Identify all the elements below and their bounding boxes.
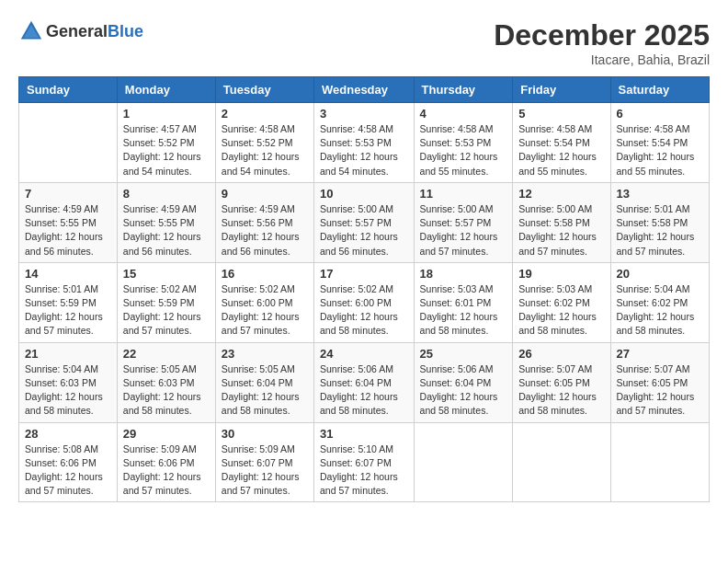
calendar-cell: 27Sunrise: 5:07 AM Sunset: 6:05 PM Dayli…: [610, 342, 709, 422]
calendar-cell: 22Sunrise: 5:05 AM Sunset: 6:03 PM Dayli…: [117, 342, 215, 422]
calendar-day-header: Wednesday: [314, 77, 415, 103]
calendar-cell: [414, 422, 513, 502]
calendar-cell: 2Sunrise: 4:58 AM Sunset: 5:52 PM Daylig…: [215, 103, 313, 183]
day-number: 19: [518, 267, 604, 281]
calendar-cell: 10Sunrise: 5:00 AM Sunset: 5:57 PM Dayli…: [314, 182, 415, 262]
day-info: Sunrise: 5:00 AM Sunset: 5:57 PM Dayligh…: [420, 202, 507, 259]
day-number: 8: [123, 187, 210, 201]
calendar-week-row: 28Sunrise: 5:08 AM Sunset: 6:06 PM Dayli…: [19, 422, 710, 502]
logo-icon: [18, 18, 44, 44]
day-number: 13: [617, 187, 703, 201]
day-info: Sunrise: 5:10 AM Sunset: 6:07 PM Dayligh…: [320, 442, 408, 499]
day-number: 17: [320, 267, 408, 281]
day-info: Sunrise: 5:07 AM Sunset: 6:05 PM Dayligh…: [617, 362, 703, 419]
calendar-cell: 18Sunrise: 5:03 AM Sunset: 6:01 PM Dayli…: [414, 262, 513, 342]
calendar-header-row: SundayMondayTuesdayWednesdayThursdayFrid…: [19, 77, 710, 103]
day-number: 31: [320, 427, 408, 441]
calendar-cell: 8Sunrise: 4:59 AM Sunset: 5:55 PM Daylig…: [117, 182, 215, 262]
day-info: Sunrise: 4:58 AM Sunset: 5:53 PM Dayligh…: [420, 122, 507, 178]
calendar-cell: 12Sunrise: 5:00 AM Sunset: 5:58 PM Dayli…: [513, 182, 610, 262]
day-number: 25: [420, 347, 507, 361]
day-number: 5: [518, 107, 604, 121]
calendar-day-header: Sunday: [19, 77, 118, 103]
day-number: 11: [420, 187, 507, 201]
month-year-title: December 2025: [494, 18, 710, 52]
day-info: Sunrise: 5:04 AM Sunset: 6:03 PM Dayligh…: [25, 362, 111, 419]
day-number: 6: [617, 107, 703, 121]
day-info: Sunrise: 5:02 AM Sunset: 6:00 PM Dayligh…: [320, 282, 408, 339]
day-info: Sunrise: 4:59 AM Sunset: 5:55 PM Dayligh…: [25, 202, 111, 259]
calendar-cell: 29Sunrise: 5:09 AM Sunset: 6:06 PM Dayli…: [117, 422, 215, 502]
day-number: 14: [25, 267, 111, 281]
calendar-cell: 25Sunrise: 5:06 AM Sunset: 6:04 PM Dayli…: [414, 342, 513, 422]
calendar-cell: 19Sunrise: 5:03 AM Sunset: 6:02 PM Dayli…: [513, 262, 610, 342]
day-info: Sunrise: 5:08 AM Sunset: 6:06 PM Dayligh…: [25, 442, 111, 499]
day-info: Sunrise: 5:05 AM Sunset: 6:03 PM Dayligh…: [123, 362, 210, 419]
day-info: Sunrise: 4:57 AM Sunset: 5:52 PM Dayligh…: [123, 122, 210, 178]
day-number: 1: [123, 107, 210, 121]
day-info: Sunrise: 5:06 AM Sunset: 6:04 PM Dayligh…: [420, 362, 507, 419]
calendar-day-header: Friday: [513, 77, 610, 103]
calendar-cell: [610, 422, 709, 502]
day-info: Sunrise: 4:58 AM Sunset: 5:54 PM Dayligh…: [617, 122, 703, 178]
day-info: Sunrise: 5:09 AM Sunset: 6:06 PM Dayligh…: [123, 442, 210, 499]
calendar-cell: 31Sunrise: 5:10 AM Sunset: 6:07 PM Dayli…: [314, 422, 415, 502]
calendar-week-row: 21Sunrise: 5:04 AM Sunset: 6:03 PM Dayli…: [19, 342, 710, 422]
calendar-day-header: Tuesday: [215, 77, 313, 103]
day-number: 15: [123, 267, 210, 281]
calendar-day-header: Monday: [117, 77, 215, 103]
calendar-cell: 3Sunrise: 4:58 AM Sunset: 5:53 PM Daylig…: [314, 103, 415, 183]
calendar-cell: 24Sunrise: 5:06 AM Sunset: 6:04 PM Dayli…: [314, 342, 415, 422]
calendar-day-header: Saturday: [610, 77, 709, 103]
day-info: Sunrise: 5:04 AM Sunset: 6:02 PM Dayligh…: [617, 282, 703, 339]
day-info: Sunrise: 5:01 AM Sunset: 5:58 PM Dayligh…: [617, 202, 703, 259]
page-header: GeneralBlue December 2025 Itacare, Bahia…: [18, 18, 710, 67]
day-info: Sunrise: 5:03 AM Sunset: 6:02 PM Dayligh…: [518, 282, 604, 339]
day-number: 7: [25, 187, 111, 201]
location-text: Itacare, Bahia, Brazil: [494, 52, 710, 67]
day-number: 20: [617, 267, 703, 281]
day-info: Sunrise: 4:58 AM Sunset: 5:52 PM Dayligh…: [222, 122, 308, 178]
calendar-cell: 30Sunrise: 5:09 AM Sunset: 6:07 PM Dayli…: [215, 422, 313, 502]
calendar-cell: 1Sunrise: 4:57 AM Sunset: 5:52 PM Daylig…: [117, 103, 215, 183]
calendar-cell: 17Sunrise: 5:02 AM Sunset: 6:00 PM Dayli…: [314, 262, 415, 342]
day-number: 22: [123, 347, 210, 361]
day-info: Sunrise: 4:58 AM Sunset: 5:54 PM Dayligh…: [518, 122, 604, 178]
calendar-cell: 20Sunrise: 5:04 AM Sunset: 6:02 PM Dayli…: [610, 262, 709, 342]
calendar-cell: 7Sunrise: 4:59 AM Sunset: 5:55 PM Daylig…: [19, 182, 118, 262]
calendar-cell: [19, 103, 118, 183]
day-info: Sunrise: 5:06 AM Sunset: 6:04 PM Dayligh…: [320, 362, 408, 419]
calendar-cell: 9Sunrise: 4:59 AM Sunset: 5:56 PM Daylig…: [215, 182, 313, 262]
day-number: 24: [320, 347, 408, 361]
calendar-body: 1Sunrise: 4:57 AM Sunset: 5:52 PM Daylig…: [19, 103, 710, 502]
day-number: 2: [222, 107, 308, 121]
day-number: 10: [320, 187, 408, 201]
calendar-table: SundayMondayTuesdayWednesdayThursdayFrid…: [18, 76, 710, 502]
day-info: Sunrise: 5:09 AM Sunset: 6:07 PM Dayligh…: [222, 442, 308, 499]
calendar-week-row: 1Sunrise: 4:57 AM Sunset: 5:52 PM Daylig…: [19, 103, 710, 183]
day-info: Sunrise: 5:00 AM Sunset: 5:57 PM Dayligh…: [320, 202, 408, 259]
day-info: Sunrise: 5:01 AM Sunset: 5:59 PM Dayligh…: [25, 282, 111, 339]
calendar-cell: 26Sunrise: 5:07 AM Sunset: 6:05 PM Dayli…: [513, 342, 610, 422]
logo: GeneralBlue: [18, 18, 143, 44]
calendar-cell: 5Sunrise: 4:58 AM Sunset: 5:54 PM Daylig…: [513, 103, 610, 183]
day-info: Sunrise: 4:58 AM Sunset: 5:53 PM Dayligh…: [320, 122, 408, 178]
day-number: 12: [518, 187, 604, 201]
calendar-cell: 28Sunrise: 5:08 AM Sunset: 6:06 PM Dayli…: [19, 422, 118, 502]
day-info: Sunrise: 4:59 AM Sunset: 5:55 PM Dayligh…: [123, 202, 210, 259]
day-number: 9: [222, 187, 308, 201]
calendar-cell: 4Sunrise: 4:58 AM Sunset: 5:53 PM Daylig…: [414, 103, 513, 183]
day-info: Sunrise: 5:03 AM Sunset: 6:01 PM Dayligh…: [420, 282, 507, 339]
calendar-week-row: 14Sunrise: 5:01 AM Sunset: 5:59 PM Dayli…: [19, 262, 710, 342]
day-info: Sunrise: 5:07 AM Sunset: 6:05 PM Dayligh…: [518, 362, 604, 419]
day-number: 27: [617, 347, 703, 361]
day-number: 21: [25, 347, 111, 361]
logo-blue-text: Blue: [108, 22, 143, 40]
logo-general-text: General: [46, 22, 108, 40]
day-number: 29: [123, 427, 210, 441]
day-info: Sunrise: 5:05 AM Sunset: 6:04 PM Dayligh…: [222, 362, 308, 419]
calendar-cell: 21Sunrise: 5:04 AM Sunset: 6:03 PM Dayli…: [19, 342, 118, 422]
day-info: Sunrise: 5:02 AM Sunset: 5:59 PM Dayligh…: [123, 282, 210, 339]
day-number: 30: [222, 427, 308, 441]
day-info: Sunrise: 5:00 AM Sunset: 5:58 PM Dayligh…: [518, 202, 604, 259]
